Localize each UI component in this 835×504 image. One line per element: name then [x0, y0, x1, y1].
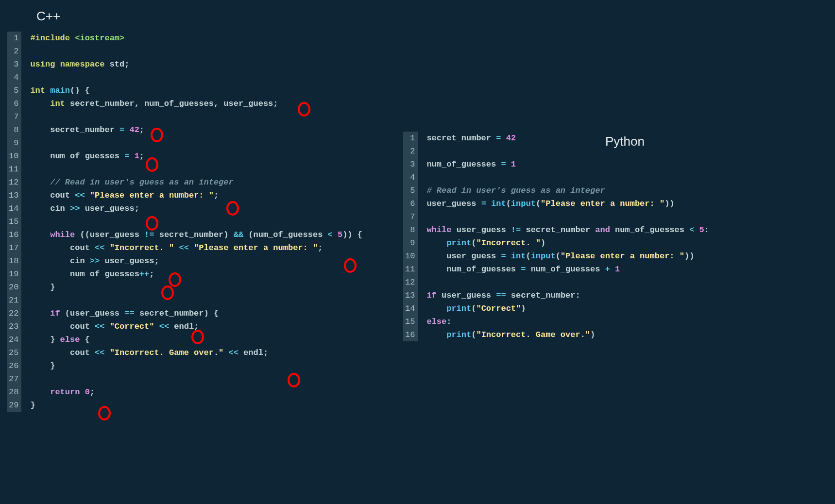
comment: # Read in user's guess as an integer	[426, 186, 605, 195]
id: user_guess	[457, 225, 506, 235]
num: 1	[135, 151, 139, 161]
kw-return: return	[50, 387, 85, 397]
semicolon: ;	[90, 387, 95, 397]
op: =	[516, 265, 531, 274]
line-number: 8	[405, 223, 415, 236]
line-number: 19	[9, 268, 18, 281]
id: endl	[174, 322, 194, 331]
line-number: 3	[405, 158, 415, 171]
id: secret_number	[426, 134, 491, 143]
semicolon: ;	[318, 243, 323, 252]
line-number: 4	[9, 71, 18, 84]
op: >>	[70, 204, 85, 213]
comma: ,	[214, 99, 223, 108]
id: secret_number	[50, 125, 115, 134]
id: num_of_guesses	[615, 225, 684, 235]
line-number: 2	[9, 45, 18, 58]
semicolon: ;	[273, 99, 278, 108]
num: 1	[511, 160, 516, 169]
line-number: 1	[9, 32, 18, 45]
comma: ,	[135, 99, 144, 108]
colon: :	[446, 317, 451, 326]
kw-if: if	[426, 291, 442, 300]
include-header: <iostream>	[75, 34, 124, 43]
line-number: 14	[405, 302, 415, 315]
include-directive: #include	[30, 34, 75, 43]
id: cout	[70, 322, 95, 331]
string: "Correct"	[476, 304, 521, 313]
num: 5	[699, 225, 704, 235]
id: cin	[70, 256, 90, 266]
string: "Please enter a number: "	[194, 243, 318, 252]
op: !=	[139, 230, 159, 239]
kw-int: int	[30, 86, 50, 95]
line-number: 7	[9, 110, 18, 123]
op: ==	[491, 291, 511, 300]
semicolon: ;	[139, 151, 144, 161]
line-number: 4	[405, 171, 415, 184]
string: "Incorrect. Game over."	[476, 330, 590, 339]
line-number: 18	[9, 254, 18, 268]
op: !=	[506, 225, 526, 235]
fn: input	[511, 199, 536, 208]
fn: print	[446, 330, 471, 339]
line-number: 5	[405, 184, 415, 197]
num: 5	[338, 230, 342, 239]
line-number: 11	[405, 263, 415, 276]
semicolon: ;	[214, 191, 219, 200]
colon: :	[575, 291, 580, 300]
line-number: 24	[9, 333, 18, 346]
id: num_of_guesses	[144, 99, 214, 108]
id: cout	[70, 243, 95, 252]
id: secret_number	[526, 225, 590, 235]
line-number: 16	[405, 328, 415, 341]
string: "Incorrect. Game over."	[110, 348, 224, 357]
fn: print	[446, 238, 471, 248]
cpp-label: C++	[36, 9, 60, 24]
line-number: 15	[9, 215, 18, 228]
op: =	[119, 151, 135, 161]
op: +	[600, 265, 615, 274]
id-std: std	[110, 60, 125, 69]
id: num_of_guesses	[254, 230, 323, 239]
id: user_guess	[446, 252, 496, 261]
line-number: 29	[9, 399, 18, 412]
line-number: 20	[9, 281, 18, 294]
fn: input	[531, 252, 556, 261]
semicolon: ;	[139, 125, 144, 134]
line-number: 14	[9, 202, 18, 215]
line-number: 27	[9, 372, 18, 386]
id: num_of_guesses	[70, 269, 139, 279]
line-number: 10	[9, 150, 18, 163]
brace: }	[50, 361, 55, 370]
id: user_guess	[442, 291, 491, 300]
id: endl	[243, 348, 263, 357]
id: user_guess	[104, 256, 154, 266]
op: <	[684, 225, 699, 235]
paren: )	[75, 86, 80, 95]
fn: int	[511, 252, 526, 261]
kw-else: else	[426, 317, 446, 326]
id: num_of_guesses	[446, 265, 516, 274]
op: <	[323, 230, 338, 239]
cpp-code[interactable]: #include <iostream> using namespace std;…	[21, 32, 362, 412]
string: "Please enter a number: "	[90, 191, 214, 200]
line-number: 13	[9, 189, 18, 202]
semicolon: ;	[194, 322, 199, 331]
num: 1	[615, 265, 620, 274]
line-number: 28	[9, 386, 18, 399]
id: user_guess	[223, 99, 273, 108]
op: &&	[229, 230, 249, 239]
paren: (	[70, 86, 75, 95]
colon: :	[704, 225, 709, 235]
id: num_of_guesses	[426, 160, 496, 169]
python-editor: 12345678910111213141516 secret_number = …	[403, 132, 709, 341]
line-number: 9	[9, 136, 18, 150]
string: "Incorrect. "	[110, 243, 174, 252]
id: secret_number	[511, 291, 576, 300]
id: secret_number	[159, 230, 224, 239]
id: user_guess	[90, 230, 139, 239]
line-number: 10	[405, 250, 415, 263]
line-number: 13	[405, 289, 415, 302]
python-code[interactable]: secret_number = 42 num_of_guesses = 1 # …	[418, 132, 709, 341]
